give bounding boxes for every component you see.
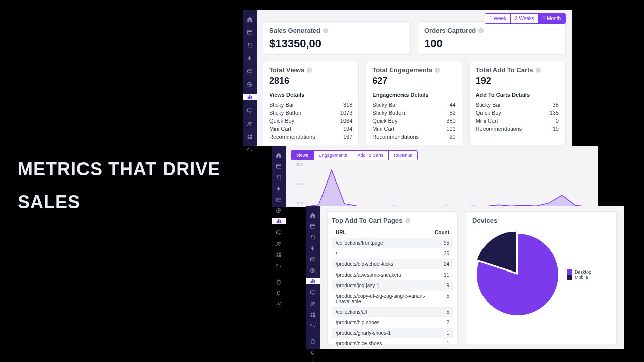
cart-icon[interactable] bbox=[276, 173, 282, 179]
svg-point-39 bbox=[278, 304, 280, 305]
gear-icon[interactable] bbox=[310, 360, 316, 362]
chart-tab-add-to-carts[interactable]: Add To Carts bbox=[352, 151, 388, 160]
info-icon[interactable]: i bbox=[405, 218, 410, 223]
cart-icon[interactable] bbox=[247, 41, 253, 47]
legend-swatch bbox=[567, 275, 572, 280]
timerange-2-weeks[interactable]: 2 Weeks bbox=[510, 14, 538, 23]
views-line-chart: 150200250 bbox=[291, 162, 593, 209]
svg-rect-58 bbox=[313, 313, 315, 314]
chart-metric-tabs[interactable]: ViewsEngagementsAdd To CartsRevenue bbox=[291, 150, 418, 160]
grid-icon[interactable] bbox=[310, 311, 316, 317]
svg-point-2 bbox=[249, 47, 250, 48]
home-icon[interactable] bbox=[276, 151, 282, 157]
chart-icon[interactable] bbox=[272, 218, 286, 224]
svg-rect-26 bbox=[278, 219, 279, 223]
window-icon[interactable] bbox=[310, 222, 316, 228]
svg-rect-59 bbox=[311, 315, 312, 317]
svg-rect-25 bbox=[277, 221, 278, 223]
table-row[interactable]: /collections/frontpage95 bbox=[332, 238, 453, 248]
cart-icon[interactable] bbox=[310, 233, 316, 239]
svg-rect-4 bbox=[248, 70, 252, 73]
monitor-icon[interactable] bbox=[247, 107, 253, 113]
monitor-icon[interactable] bbox=[276, 229, 282, 235]
svg-point-21 bbox=[280, 179, 281, 180]
detail-row: Recommendations167 bbox=[269, 133, 352, 141]
chart-tab-views[interactable]: Views bbox=[291, 151, 313, 160]
svg-rect-7 bbox=[248, 97, 249, 99]
stat-card: Total Viewsi 2816 Views DetailsSticky Ba… bbox=[263, 61, 359, 145]
headline-line1: METRICS THAT DRIVE bbox=[18, 153, 220, 186]
bolt-icon[interactable] bbox=[247, 54, 253, 60]
timerange-1-month[interactable]: 1 Month bbox=[538, 14, 565, 23]
chart-tab-revenue[interactable]: Revenue bbox=[388, 151, 417, 160]
window-icon[interactable] bbox=[247, 28, 253, 34]
orders-label: Orders Captured bbox=[424, 27, 476, 34]
clipboard-icon[interactable] bbox=[310, 338, 316, 344]
home-icon[interactable] bbox=[310, 211, 316, 217]
card-icon[interactable] bbox=[247, 67, 253, 73]
detail-row: Sticky Button82 bbox=[372, 109, 455, 117]
grid-icon[interactable] bbox=[276, 251, 282, 257]
chart-panel: ViewsEngagementsAdd To CartsRevenue 1502… bbox=[272, 146, 598, 207]
sales-value: $13350,00 bbox=[269, 37, 404, 50]
table-row[interactable]: /collections/all5 bbox=[332, 307, 453, 317]
table-row[interactable]: /36 bbox=[332, 248, 453, 259]
clipboard-icon[interactable] bbox=[276, 278, 282, 284]
svg-rect-32 bbox=[277, 253, 278, 254]
svg-rect-17 bbox=[250, 137, 252, 139]
chart-tab-engagements[interactable]: Engagements bbox=[313, 151, 352, 160]
bolt-icon[interactable] bbox=[310, 244, 316, 250]
users-icon[interactable] bbox=[276, 240, 282, 246]
globe-icon[interactable] bbox=[276, 207, 282, 213]
code-icon[interactable] bbox=[310, 322, 316, 328]
sidebar-nav bbox=[243, 10, 257, 146]
info-icon[interactable]: i bbox=[478, 28, 484, 33]
stat-value: 627 bbox=[372, 76, 455, 86]
table-row[interactable]: /products/gnarly-shoes-11 bbox=[332, 328, 453, 338]
svg-point-3 bbox=[251, 47, 252, 48]
svg-rect-35 bbox=[279, 255, 281, 257]
info-icon[interactable]: i bbox=[323, 28, 328, 33]
window-icon[interactable] bbox=[276, 162, 282, 168]
gear-icon[interactable] bbox=[276, 300, 282, 306]
devices-legend: DesktopMobile bbox=[567, 269, 591, 280]
info-icon[interactable]: i bbox=[536, 68, 541, 73]
card-icon[interactable] bbox=[310, 255, 316, 261]
chart-icon[interactable] bbox=[306, 278, 320, 284]
svg-point-30 bbox=[277, 242, 279, 244]
svg-rect-34 bbox=[277, 255, 278, 257]
table-row[interactable]: /products/awesome-sneakers11 bbox=[332, 269, 453, 280]
info-icon[interactable]: i bbox=[307, 68, 312, 73]
monitor-icon[interactable] bbox=[310, 289, 316, 295]
bolt-icon[interactable] bbox=[276, 185, 282, 191]
users-icon[interactable] bbox=[247, 120, 253, 126]
svg-rect-0 bbox=[248, 30, 252, 34]
svg-rect-14 bbox=[248, 135, 249, 136]
card-icon[interactable] bbox=[276, 196, 282, 202]
chart-icon[interactable] bbox=[243, 94, 257, 100]
bell-icon[interactable] bbox=[276, 289, 282, 295]
globe-icon[interactable] bbox=[247, 80, 253, 86]
detail-row: Recommendations19 bbox=[476, 125, 559, 133]
svg-text:200: 200 bbox=[296, 182, 303, 186]
bell-icon[interactable] bbox=[310, 349, 316, 355]
table-row[interactable]: /products/old-school-kicks24 bbox=[332, 259, 453, 269]
globe-icon[interactable] bbox=[310, 266, 316, 273]
code-icon[interactable] bbox=[247, 146, 253, 152]
users-icon[interactable] bbox=[310, 300, 316, 306]
info-icon[interactable]: i bbox=[435, 68, 440, 73]
svg-rect-51 bbox=[312, 279, 313, 283]
table-row[interactable]: /products/jog-jazy-19 bbox=[332, 280, 453, 291]
timerange-1-week[interactable]: 1 Week bbox=[485, 14, 510, 23]
code-icon[interactable] bbox=[276, 262, 282, 268]
table-row[interactable]: /products/nice-shoes1 bbox=[332, 338, 453, 349]
table-row[interactable]: /products/hip-shoes2 bbox=[332, 317, 453, 328]
grid-icon[interactable] bbox=[247, 133, 253, 139]
table-row[interactable]: /products/copy-of-zig-zag-single-variant… bbox=[332, 291, 453, 307]
detail-row: Quick Buy380 bbox=[372, 117, 455, 125]
home-icon[interactable] bbox=[247, 15, 253, 21]
legend-item: Desktop bbox=[567, 269, 591, 275]
details-title: Engagements Details bbox=[372, 92, 455, 98]
time-range-toggle[interactable]: 1 Week2 Weeks1 Month bbox=[485, 13, 566, 24]
svg-rect-37 bbox=[278, 280, 280, 281]
